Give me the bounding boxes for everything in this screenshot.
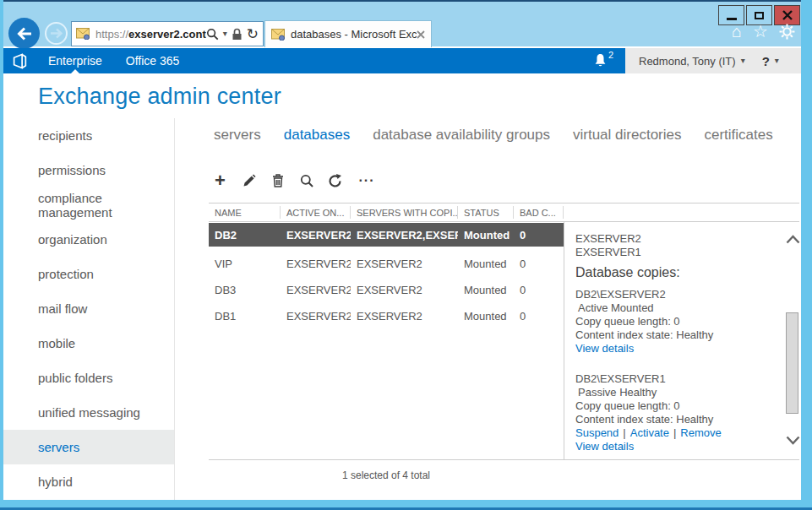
- user-menu-caret-icon[interactable]: ▾: [741, 57, 745, 65]
- sidebar-item-label: servers: [38, 440, 79, 454]
- cell-bad-copies: 0: [514, 284, 564, 296]
- details-heading: Database copies:: [575, 264, 799, 281]
- favorites-star-icon[interactable]: ☆: [753, 23, 768, 40]
- user-menu[interactable]: Redmond, Tony (IT): [639, 55, 736, 68]
- add-button[interactable]: +: [212, 172, 228, 189]
- details-scrollbar-thumb[interactable]: [786, 312, 798, 414]
- add-icon: +: [215, 171, 226, 190]
- forward-button[interactable]: [45, 22, 68, 45]
- details-pane: EXSERVER2 EXSERVER1 Database copies: DB2…: [564, 222, 799, 459]
- sidebar-item-compliance-management[interactable]: compliance management: [3, 187, 174, 222]
- sidebar-item-permissions[interactable]: permissions: [3, 153, 174, 187]
- sidebar-item-servers[interactable]: servers: [3, 430, 174, 464]
- sidebar-item-recipients[interactable]: recipients: [3, 118, 174, 153]
- tab-virtual-directories[interactable]: virtual directories: [573, 127, 682, 144]
- tab-databases[interactable]: databases: [284, 127, 350, 144]
- sidebar-item-label: permissions: [38, 163, 106, 177]
- help-menu[interactable]: ?: [762, 54, 770, 68]
- cell-active-on: EXSERVER2: [281, 229, 351, 241]
- cell-servers-with-copies: EXSERVER2: [351, 310, 458, 323]
- tab-certificates[interactable]: certificates: [705, 127, 773, 144]
- table-row-vip[interactable]: VIP EXSERVER2 EXSERVER2 Mounted 0: [209, 251, 564, 277]
- sidebar: recipients permissions compliance manage…: [3, 118, 175, 500]
- nav-tab-enterprise-label: Enterprise: [48, 54, 102, 68]
- navbar-primary: Enterprise Office 365 2: [3, 48, 625, 73]
- cell-bad-copies: 0: [514, 229, 564, 241]
- home-icon[interactable]: ⌂: [732, 23, 742, 40]
- cell-bad-copies: 0: [514, 258, 564, 270]
- cell-servers-with-copies: EXSERVER2: [351, 284, 458, 296]
- remove-link[interactable]: Remove: [680, 426, 721, 440]
- refresh-page-icon[interactable]: ↻: [247, 27, 259, 41]
- copy-name: DB2\EXSERVER1: [575, 372, 799, 386]
- sidebar-item-hybrid[interactable]: hybrid: [3, 464, 174, 499]
- sidebar-item-mail-flow[interactable]: mail flow: [3, 291, 174, 326]
- column-header-servers-with-copies[interactable]: SERVERS WITH COPI...: [351, 206, 458, 219]
- refresh-icon: [328, 174, 342, 188]
- table-header: NAME ACTIVE ON... SERVERS WITH COPI... S…: [209, 203, 799, 222]
- chevron-down-icon[interactable]: [786, 436, 800, 445]
- sidebar-item-label: hybrid: [38, 475, 73, 489]
- sidebar-item-organization[interactable]: organization: [3, 222, 174, 257]
- nav-tab-office365[interactable]: Office 365: [114, 48, 192, 73]
- browser-tab-databases[interactable]: databases - Microsoft Exch...: [264, 20, 432, 47]
- help-menu-caret-icon[interactable]: ▾: [775, 57, 779, 65]
- sidebar-item-label: organization: [38, 232, 107, 247]
- tab-database-availability-groups[interactable]: database availability groups: [373, 127, 550, 144]
- refresh-button[interactable]: [327, 172, 343, 189]
- view-details-link[interactable]: View details: [575, 342, 799, 355]
- sidebar-item-public-folders[interactable]: public folders: [3, 361, 174, 395]
- action-separator: |: [623, 426, 625, 440]
- more-options-button[interactable]: ···: [356, 172, 378, 189]
- sidebar-item-label: public folders: [38, 371, 112, 385]
- settings-gear-icon[interactable]: [779, 24, 795, 40]
- cell-active-on: EXSERVER2: [281, 284, 351, 296]
- copy-queue-length: Copy queue length: 0: [575, 399, 799, 413]
- more-ellipsis-icon: ···: [359, 173, 375, 188]
- sidebar-item-mobile[interactable]: mobile: [3, 326, 174, 361]
- cell-status: Mounted: [458, 310, 514, 323]
- lock-icon: [232, 28, 243, 41]
- column-header-name[interactable]: NAME: [209, 206, 281, 219]
- bell-icon: [593, 53, 608, 68]
- address-dropdown-icon[interactable]: ▾: [223, 30, 227, 38]
- notifications-button[interactable]: 2: [593, 53, 613, 68]
- tab-close-icon[interactable]: [417, 30, 425, 39]
- sidebar-item-unified-messaging[interactable]: unified messaging: [3, 395, 174, 430]
- browser-action-icons: ⌂ ☆: [732, 23, 795, 40]
- tab-title: databases - Microsoft Exch...: [291, 28, 417, 41]
- column-header-status[interactable]: STATUS: [458, 206, 514, 219]
- sidebar-item-protection[interactable]: protection: [3, 257, 174, 291]
- list-bottom-border: [209, 459, 799, 460]
- edit-button[interactable]: [241, 172, 257, 189]
- cell-servers-with-copies: EXSERVER2: [351, 258, 458, 270]
- cell-active-on: EXSERVER2: [281, 310, 351, 323]
- delete-button[interactable]: [270, 172, 286, 189]
- column-header-active-on[interactable]: ACTIVE ON...: [281, 206, 351, 219]
- cell-name: VIP: [209, 258, 281, 270]
- sidebar-item-label: compliance management: [38, 191, 174, 220]
- cell-name: DB1: [209, 310, 281, 323]
- copy-state: Active Mounted: [575, 301, 799, 315]
- suspend-link[interactable]: Suspend: [575, 426, 619, 440]
- chevron-up-icon[interactable]: [786, 235, 800, 244]
- copy-actions: Suspend | Activate | Remove: [575, 426, 799, 440]
- content-tabs: servers databases database availability …: [214, 127, 773, 144]
- notification-count-badge: 2: [608, 50, 613, 60]
- search-icon[interactable]: [206, 28, 219, 41]
- exchange-favicon: [271, 29, 286, 41]
- delete-trash-icon: [272, 174, 284, 187]
- table-row-db3[interactable]: DB3 EXSERVER2 EXSERVER2 Mounted 0: [209, 277, 564, 303]
- search-button[interactable]: [298, 172, 314, 189]
- tab-servers[interactable]: servers: [214, 127, 261, 144]
- activate-link[interactable]: Activate: [630, 426, 669, 440]
- table-row-db2[interactable]: DB2 EXSERVER2 EXSERVER2,EXSER... Mounted…: [209, 223, 564, 247]
- table-row-db1[interactable]: DB1 EXSERVER2 EXSERVER2 Mounted 0: [209, 303, 564, 329]
- back-button[interactable]: [8, 18, 40, 49]
- view-details-link[interactable]: View details: [575, 440, 799, 453]
- content-index-state: Content index state: Healthy: [575, 328, 799, 342]
- column-header-bad-copies[interactable]: BAD C...: [514, 206, 564, 219]
- address-bar[interactable]: https://exserver2.conto... ▾ ↻: [71, 21, 264, 46]
- nav-tab-enterprise[interactable]: Enterprise: [36, 48, 114, 73]
- browser-window: https://exserver2.conto... ▾ ↻ databases…: [0, 0, 812, 510]
